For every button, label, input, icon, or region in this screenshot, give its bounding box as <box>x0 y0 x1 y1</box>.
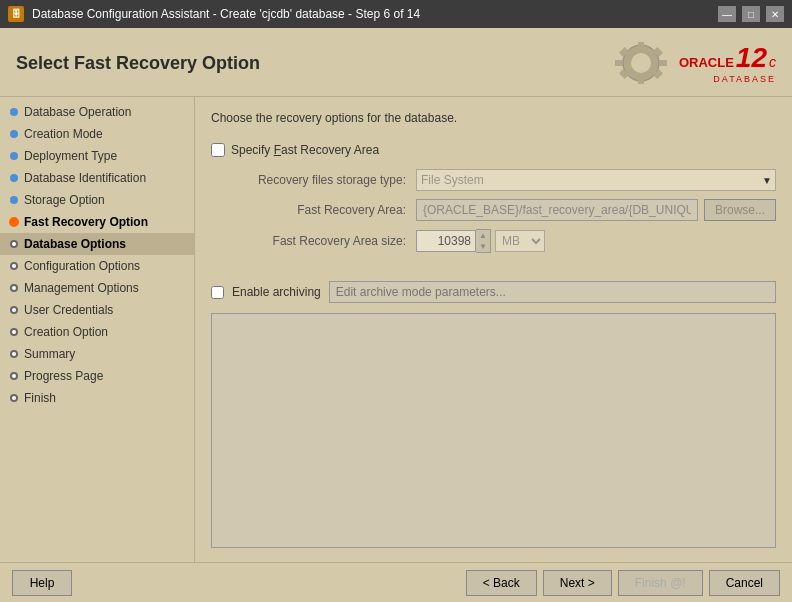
content-area: Choose the recovery options for the data… <box>195 97 792 562</box>
sidebar-dot-storage-option <box>10 196 18 204</box>
specify-fra-label[interactable]: Specify Fast Recovery Area <box>231 143 379 157</box>
fast-recovery-area-label: Fast Recovery Area: <box>231 203 416 217</box>
app-icon-text: 🗄 <box>12 9 21 19</box>
sidebar-label-progress-page: Progress Page <box>24 369 103 383</box>
sidebar-item-database-options[interactable]: Database Options <box>0 233 194 255</box>
recovery-files-row: Recovery files storage type: File System… <box>211 169 776 191</box>
sidebar-item-deployment-type[interactable]: Deployment Type <box>0 145 194 167</box>
archive-parameters-input[interactable] <box>329 281 776 303</box>
gear-icon <box>611 38 671 88</box>
back-button[interactable]: < Back <box>466 570 537 596</box>
help-button[interactable]: Help <box>12 570 72 596</box>
sidebar-item-summary[interactable]: Summary <box>0 343 194 365</box>
header: Select Fast Recovery Option ORACLE 12 c … <box>0 28 792 97</box>
fast-recovery-area-size-row: Fast Recovery Area size: ▲ ▼ MB GB TB <box>211 229 776 253</box>
sidebar-item-configuration-options[interactable]: Configuration Options <box>0 255 194 277</box>
svg-rect-2 <box>638 42 644 50</box>
sidebar-label-database-operation: Database Operation <box>24 105 131 119</box>
sidebar-item-fast-recovery-option[interactable]: Fast Recovery Option <box>0 211 194 233</box>
sidebar-dot-database-options <box>10 240 18 248</box>
sidebar-label-configuration-options: Configuration Options <box>24 259 140 273</box>
sidebar-dot-configuration-options <box>10 262 18 270</box>
sidebar-label-finish: Finish <box>24 391 56 405</box>
minimize-button[interactable]: — <box>718 6 736 22</box>
title-bar-controls: — □ ✕ <box>718 6 784 22</box>
size-spinner: ▲ ▼ <box>416 229 491 253</box>
sidebar-item-creation-option[interactable]: Creation Option <box>0 321 194 343</box>
recovery-files-select[interactable]: File System <box>416 169 776 191</box>
title-bar: 🗄 Database Configuration Assistant - Cre… <box>0 0 792 28</box>
sidebar-label-storage-option: Storage Option <box>24 193 105 207</box>
sidebar-item-finish[interactable]: Finish <box>0 387 194 409</box>
size-unit-select[interactable]: MB GB TB <box>495 230 545 252</box>
sidebar-item-database-identification[interactable]: Database Identification <box>0 167 194 189</box>
close-button[interactable]: ✕ <box>766 6 784 22</box>
sidebar-label-deployment-type: Deployment Type <box>24 149 117 163</box>
sidebar-dot-creation-option <box>10 328 18 336</box>
sidebar-item-progress-page[interactable]: Progress Page <box>0 365 194 387</box>
oracle-text: ORACLE <box>679 55 734 70</box>
sidebar-label-database-options: Database Options <box>24 237 126 251</box>
svg-rect-3 <box>638 76 644 84</box>
finish-button[interactable]: Finish @! <box>618 570 703 596</box>
oracle-logo: ORACLE 12 c DATABASE <box>611 38 776 88</box>
info-text-box <box>211 313 776 548</box>
sidebar-dot-fast-recovery-option <box>9 217 19 227</box>
spinner-buttons: ▲ ▼ <box>476 229 491 253</box>
recovery-files-label: Recovery files storage type: <box>231 173 416 187</box>
maximize-button[interactable]: □ <box>742 6 760 22</box>
footer: Help < Back Next > Finish @! Cancel <box>0 562 792 602</box>
oracle-c: c <box>769 54 776 70</box>
sidebar-label-summary: Summary <box>24 347 75 361</box>
cancel-button[interactable]: Cancel <box>709 570 780 596</box>
app-icon: 🗄 <box>8 6 24 22</box>
oracle-sub: DATABASE <box>713 74 776 84</box>
enable-archiving-label[interactable]: Enable archiving <box>232 285 321 299</box>
sidebar-label-creation-mode: Creation Mode <box>24 127 103 141</box>
sidebar-dot-database-identification <box>10 174 18 182</box>
sidebar-dot-deployment-type <box>10 152 18 160</box>
sidebar-label-database-identification: Database Identification <box>24 171 146 185</box>
page-title: Select Fast Recovery Option <box>16 53 260 74</box>
enable-archiving-checkbox[interactable] <box>211 286 224 299</box>
main-content: Database Operation Creation Mode Deploym… <box>0 97 792 562</box>
sidebar-label-creation-option: Creation Option <box>24 325 108 339</box>
sidebar-item-management-options[interactable]: Management Options <box>0 277 194 299</box>
sidebar-dot-user-credentials <box>10 306 18 314</box>
archiving-row: Enable archiving <box>211 281 776 303</box>
sidebar-label-fast-recovery-option: Fast Recovery Option <box>24 215 148 229</box>
content-description: Choose the recovery options for the data… <box>211 111 776 125</box>
fast-recovery-area-input[interactable] <box>416 199 698 221</box>
sidebar-dot-summary <box>10 350 18 358</box>
sidebar: Database Operation Creation Mode Deploym… <box>0 97 195 562</box>
recovery-files-select-wrapper: File System ▼ <box>416 169 776 191</box>
sidebar-dot-progress-page <box>10 372 18 380</box>
fast-recovery-area-size-label: Fast Recovery Area size: <box>231 234 416 248</box>
footer-nav-buttons: < Back Next > Finish @! Cancel <box>466 570 780 596</box>
title-bar-text: Database Configuration Assistant - Creat… <box>32 7 710 21</box>
sidebar-dot-database-operation <box>10 108 18 116</box>
form-section: Specify Fast Recovery Area Recovery file… <box>211 143 776 261</box>
sidebar-dot-finish <box>10 394 18 402</box>
svg-rect-5 <box>659 60 667 66</box>
sidebar-item-user-credentials[interactable]: User Credentials <box>0 299 194 321</box>
fast-recovery-area-row: Fast Recovery Area: Browse... <box>211 199 776 221</box>
spinner-up[interactable]: ▲ <box>476 230 490 241</box>
sidebar-dot-management-options <box>10 284 18 292</box>
next-button[interactable]: Next > <box>543 570 612 596</box>
oracle-version: 12 <box>736 42 767 74</box>
svg-point-1 <box>631 53 651 73</box>
browse-button[interactable]: Browse... <box>704 199 776 221</box>
spinner-down[interactable]: ▼ <box>476 241 490 252</box>
sidebar-item-creation-mode[interactable]: Creation Mode <box>0 123 194 145</box>
svg-rect-4 <box>615 60 623 66</box>
size-input[interactable] <box>416 230 476 252</box>
sidebar-label-user-credentials: User Credentials <box>24 303 113 317</box>
sidebar-dot-creation-mode <box>10 130 18 138</box>
sidebar-item-database-operation[interactable]: Database Operation <box>0 101 194 123</box>
sidebar-label-management-options: Management Options <box>24 281 139 295</box>
oracle-brand: ORACLE 12 c DATABASE <box>679 42 776 84</box>
sidebar-item-storage-option[interactable]: Storage Option <box>0 189 194 211</box>
specify-checkbox-row: Specify Fast Recovery Area <box>211 143 776 157</box>
specify-fra-checkbox[interactable] <box>211 143 225 157</box>
